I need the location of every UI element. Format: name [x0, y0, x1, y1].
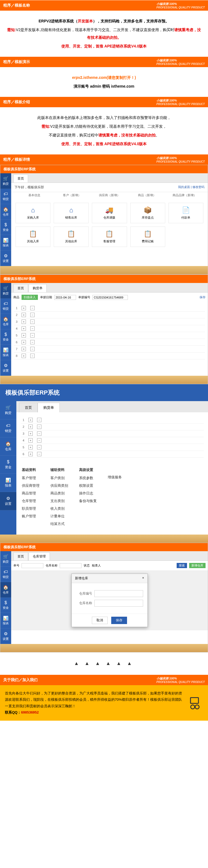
card-payment[interactable]: 📄付款单	[169, 203, 203, 223]
warehouse-name-input[interactable]	[94, 600, 143, 607]
erp-title: 模板俱乐部ERP系统	[0, 165, 208, 173]
invoice-input[interactable]	[93, 295, 128, 300]
menu-item[interactable]: 结算方式	[50, 522, 68, 526]
menu-item[interactable]: 操作日志	[79, 491, 97, 496]
remove-row-button[interactable]: −	[30, 306, 35, 310]
home-icon: 🏠	[1, 316, 10, 322]
sidebar-item-finance[interactable]: $资金	[0, 597, 11, 613]
sidebar-item-purchase[interactable]: 🛒购货	[0, 401, 16, 420]
sidebar-item-settings[interactable]: ⚙设置	[0, 628, 11, 644]
quality-badge: 小编亲测 100%PROFESSIONAL QUALITY PRODUCT	[157, 677, 205, 684]
sidebar-item-warehouse[interactable]: 🏠仓库	[0, 204, 11, 220]
gear-icon: ⚙	[1, 253, 10, 258]
menu-item[interactable]: 职员管理	[22, 506, 39, 511]
tag-icon: 🏷	[1, 423, 15, 428]
menu-item[interactable]: 商品管理	[22, 491, 39, 496]
gear-icon: ⚙	[1, 363, 10, 368]
sidebar-item-warehouse[interactable]: 🏠仓库	[0, 582, 11, 597]
menu-item[interactable]: 仓库管理	[22, 499, 39, 503]
warehouse-input[interactable]	[60, 563, 81, 568]
sidebar-item-settings[interactable]: ⚙设置	[0, 250, 11, 266]
sidebar-item-finance[interactable]: $资金	[0, 220, 11, 235]
card-inventory[interactable]: 📦库存盘点	[130, 203, 165, 223]
sidebar-item-report[interactable]: 📊报表	[0, 613, 11, 628]
card-transfer[interactable]: 🚚仓库调拨	[92, 203, 127, 223]
erp-sidebar-big: 🛒购货 🏷销货 🏠仓库 $资金 📊报表 ⚙设置	[0, 401, 16, 534]
invoice-input[interactable]	[22, 563, 43, 568]
add-warehouse-button[interactable]: 新增仓库	[189, 563, 206, 568]
section-header-name: 程序／模板名称 小编亲测 100%PROFESSIONAL QUALITY PR…	[0, 0, 208, 11]
menu-item[interactable]: 账户管理	[22, 514, 39, 519]
sidebar-item-report[interactable]: 📊报表	[0, 474, 16, 492]
menu-item[interactable]: 供应商类别	[50, 483, 68, 488]
chart-icon: 📊	[1, 477, 15, 483]
section-header-detail: 程序／模板详情 小编亲测 100%PROFESSIONAL QUALITY PR…	[0, 154, 208, 165]
menu-item[interactable]: 增值服务	[108, 475, 122, 480]
search-button[interactable]: 搜索	[177, 563, 187, 568]
sidebar-item-sales[interactable]: 🏷销货	[0, 420, 16, 437]
sidebar-item-finance[interactable]: $资金	[0, 456, 16, 474]
chart-icon: 📊	[1, 238, 10, 243]
menu-item[interactable]: 计量单位	[50, 514, 68, 519]
tab-order[interactable]: 购货单	[38, 403, 60, 412]
tab-home[interactable]: 首页	[19, 403, 38, 412]
tab-home[interactable]: 首页	[13, 552, 28, 560]
close-icon[interactable]: ×	[142, 576, 144, 581]
tab-stock[interactable]: 仓库管理	[29, 552, 50, 560]
quality-badge: 小编亲测 100%PROFESSIONAL QUALITY PRODUCT	[157, 58, 205, 65]
section-title: 程序／模板演示	[3, 60, 30, 64]
erp-screenshot-order: 模板俱乐部ERP系统 🛒购货 🏷销货 🏠仓库 $资金 📊报表 ⚙设置 首页购货单…	[0, 275, 208, 384]
sidebar-item-report[interactable]: 📊报表	[0, 235, 11, 250]
card-sales-out[interactable]: ⌂销售出库	[54, 203, 89, 223]
card-expense[interactable]: 📋费用记账	[130, 226, 165, 247]
menu-item[interactable]: 供应商管理	[22, 483, 39, 488]
sidebar-item-settings[interactable]: ⚙设置	[0, 360, 11, 376]
sidebar-item-sales[interactable]: 🏷销货	[0, 189, 11, 204]
tag-icon: 🏷	[1, 301, 10, 306]
menu-item[interactable]: 支出类别	[50, 499, 68, 503]
section-title: 关于我们／加入我们	[3, 678, 38, 682]
card-other-out[interactable]: 📋其他出库	[54, 226, 89, 247]
card-purchase-in[interactable]: ⌂采购入库	[15, 203, 50, 223]
warehouse-code-input[interactable]	[94, 590, 143, 597]
save-button[interactable]: 保存	[111, 617, 127, 624]
svg-point-3	[195, 705, 199, 709]
mascot-icon	[187, 695, 203, 711]
doc-icon: 📄	[170, 206, 202, 214]
sidebar-item-settings[interactable]: ⚙设置	[0, 492, 16, 510]
scan-button[interactable]: 扫描录入	[22, 295, 38, 300]
more-indicator: ▲ ▲ ▲ ▲ ▲ ▲	[0, 652, 208, 675]
sidebar-item-warehouse[interactable]: 🏠仓库	[0, 437, 16, 456]
menu-item[interactable]: 权限设置	[79, 483, 97, 488]
clipboard-icon: 📋	[132, 230, 164, 238]
card-customer[interactable]: 📋客服管理	[92, 226, 127, 247]
sidebar-item-finance[interactable]: $资金	[0, 329, 11, 345]
cart-icon: 🛒	[1, 405, 15, 410]
tab-home[interactable]: 首页	[13, 284, 28, 292]
menu-item[interactable]: 备份与恢复	[79, 499, 97, 503]
tab-home[interactable]: 首页	[13, 174, 28, 183]
menu-item[interactable]: 系统参数	[79, 475, 97, 480]
menu-item[interactable]: 客户管理	[22, 475, 39, 480]
sidebar-item-purchase[interactable]: 🛒购货	[0, 283, 11, 299]
sidebar-item-purchase[interactable]: 🛒购货	[0, 551, 11, 567]
demo-content: erpv2.istheme.com(请您复制打开！) 演示账号 admin 密码…	[0, 67, 208, 97]
sidebar-item-sales[interactable]: 🏷销货	[0, 299, 11, 314]
cancel-button[interactable]: 取消	[92, 617, 108, 624]
menu-item[interactable]: 客户类别	[50, 475, 68, 480]
save-link[interactable]: 保存	[200, 295, 206, 299]
sand-decoration	[0, 534, 208, 543]
sidebar-item-warehouse[interactable]: 🏠仓库	[0, 314, 11, 329]
sidebar-item-purchase[interactable]: 🛒购货	[0, 173, 11, 189]
card-other-in[interactable]: 📋其他入库	[15, 226, 50, 247]
sand-decoration	[0, 644, 208, 652]
tab-order[interactable]: 购货单	[29, 284, 47, 292]
add-row-button[interactable]: +	[22, 306, 26, 310]
sand-decoration	[0, 376, 208, 384]
sidebar-item-sales[interactable]: 🏷销货	[0, 567, 11, 582]
menu-item[interactable]: 收入类别	[50, 506, 68, 511]
toolbar-links[interactable]: 我的桌面 | 修改密码	[178, 185, 204, 190]
menu-item[interactable]: 商品类别	[50, 491, 68, 496]
sidebar-item-report[interactable]: 📊报表	[0, 345, 11, 360]
date-input[interactable]	[54, 295, 76, 300]
